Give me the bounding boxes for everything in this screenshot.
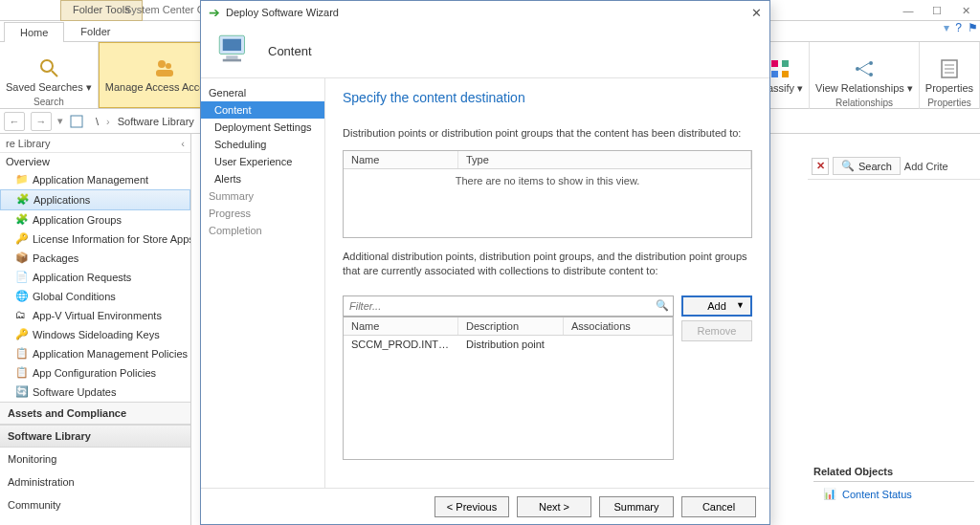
key-icon: 🔑: [15, 328, 29, 341]
svg-rect-10: [782, 71, 789, 77]
saved-search-icon: [37, 56, 60, 79]
relationships-icon: [853, 57, 876, 80]
wizard-title: Deploy Software Wizard: [226, 7, 339, 18]
history-dropdown-icon[interactable]: ▾: [57, 115, 63, 127]
dropdown-icon[interactable]: ▾: [944, 21, 949, 34]
additional-dp-grid[interactable]: Name Description Associations SCCM_PROD.…: [343, 317, 674, 460]
svg-point-12: [869, 61, 873, 65]
tree-overview[interactable]: Overview: [0, 153, 190, 170]
step-user-experience[interactable]: User Experience: [201, 153, 324, 170]
close-icon[interactable]: ✕: [951, 0, 980, 21]
col-description[interactable]: Description: [458, 317, 564, 335]
classify-icon: [768, 57, 791, 80]
summary-button[interactable]: Summary: [599, 496, 674, 517]
svg-rect-7: [771, 60, 778, 67]
next-button[interactable]: Next >: [517, 496, 591, 517]
wunderbar-administration[interactable]: Administration: [0, 470, 190, 493]
add-criteria-button[interactable]: Add Crite: [904, 161, 948, 172]
step-content[interactable]: Content: [201, 101, 324, 119]
wunderbar-software-library[interactable]: Software Library: [0, 425, 190, 448]
properties-button[interactable]: Properties Properties: [920, 42, 980, 109]
nav-forward-button[interactable]: →: [31, 112, 52, 131]
search-button[interactable]: 🔍Search: [833, 157, 901, 175]
flag-icon[interactable]: ⚑: [968, 21, 978, 34]
distributed-grid: Name Type There are no items to show in …: [343, 150, 752, 238]
step-alerts[interactable]: Alerts: [201, 170, 324, 187]
col-name[interactable]: Name: [344, 151, 458, 168]
add-button[interactable]: Add▼: [681, 295, 752, 317]
wizard-header-label: Content: [268, 44, 312, 58]
accounts-icon: [153, 56, 176, 79]
breadcrumb-root[interactable]: \: [96, 116, 99, 127]
nav-back-button[interactable]: ←: [4, 112, 25, 131]
step-deployment-settings[interactable]: Deployment Settings: [201, 119, 324, 136]
properties-icon: [938, 57, 961, 80]
tree-item[interactable]: 🗂App-V Virtual Environments: [0, 306, 190, 325]
tree-item[interactable]: 📦Packages: [0, 249, 190, 268]
col-type[interactable]: Type: [458, 151, 751, 168]
request-icon: 📄: [15, 271, 29, 284]
table-row[interactable]: SCCM_PROD.INTUNE... Distribution point: [344, 336, 673, 353]
app-icon: 🧩: [16, 193, 30, 207]
svg-point-0: [41, 60, 53, 72]
policy-icon: 📋: [15, 347, 29, 361]
col-associations[interactable]: Associations: [564, 317, 673, 335]
tree-item[interactable]: 📄Application Requests: [0, 268, 190, 287]
svg-rect-21: [226, 55, 237, 59]
svg-point-2: [158, 60, 166, 68]
saved-searches-button[interactable]: Saved Searches ▾ Search: [0, 42, 99, 108]
clear-search-button[interactable]: ✕: [812, 158, 829, 175]
nav-tree: Overview 📁Application Management 🧩Applic…: [0, 153, 190, 402]
deploy-software-wizard: ➔ Deploy Software Wizard ✕ Content Gener…: [200, 0, 770, 525]
minimize-icon[interactable]: —: [894, 0, 923, 21]
computer-icon: [214, 31, 255, 71]
tab-home[interactable]: Home: [4, 22, 64, 42]
content-status-link[interactable]: 📊 Content Status: [813, 488, 974, 500]
view-relationships-button[interactable]: View Relationships ▾ Relationships: [810, 42, 920, 109]
group-icon: 🧩: [15, 213, 29, 227]
step-scheduling[interactable]: Scheduling: [201, 136, 324, 153]
tree-item[interactable]: 📁Application Management: [0, 170, 190, 189]
search-icon: 🔍: [841, 160, 855, 172]
wizard-steps: General Content Deployment Settings Sche…: [201, 78, 325, 488]
col-name[interactable]: Name: [344, 317, 458, 335]
previous-button[interactable]: < Previous: [434, 496, 509, 517]
breadcrumb-item[interactable]: Software Library: [118, 116, 194, 127]
tree-item[interactable]: 🔑Windows Sideloading Keys: [0, 325, 190, 344]
wunderbar-monitoring[interactable]: Monitoring: [0, 448, 190, 470]
tab-folder[interactable]: Folder: [64, 21, 126, 41]
step-completion: Completion: [201, 222, 324, 239]
svg-rect-20: [223, 39, 241, 51]
tree-item[interactable]: 🌐Global Conditions: [0, 287, 190, 306]
tree-item[interactable]: 🔑License Information for Store Apps: [0, 230, 190, 249]
globe-icon: 🌐: [15, 290, 29, 303]
wunderbar-assets[interactable]: Assets and Compliance: [0, 402, 190, 425]
content-status-icon: 📊: [823, 488, 836, 500]
tree-item-applications[interactable]: 🧩Applications: [0, 189, 190, 210]
help-icon[interactable]: ?: [955, 21, 962, 34]
update-icon: 🔄: [15, 385, 29, 399]
step-progress: Progress: [201, 205, 324, 222]
svg-rect-22: [223, 59, 241, 62]
step-summary[interactable]: Summary: [201, 187, 324, 205]
svg-rect-8: [782, 60, 789, 67]
svg-line-1: [52, 71, 57, 77]
desc-distributed: Distribution points or distribution poin…: [343, 126, 752, 141]
grid-empty-text: There are no items to show in this view.: [344, 169, 751, 237]
wunderbar-community[interactable]: Community: [0, 493, 190, 516]
collapse-panel-icon[interactable]: ‹: [181, 138, 185, 149]
tree-item[interactable]: 📋App Configuration Policies: [0, 363, 190, 383]
search-icon[interactable]: 🔍: [656, 299, 669, 312]
wizard-close-button[interactable]: ✕: [751, 6, 762, 20]
step-general[interactable]: General: [201, 84, 324, 101]
tree-item[interactable]: 🔄Software Updates: [0, 383, 190, 402]
desc-additional: Additional distribution points, distribu…: [343, 250, 752, 278]
maximize-icon[interactable]: ☐: [923, 0, 951, 21]
svg-point-11: [856, 67, 859, 71]
tree-item[interactable]: 🧩Application Groups: [0, 210, 190, 230]
cancel-button[interactable]: Cancel: [681, 496, 756, 517]
svg-rect-9: [771, 71, 778, 77]
tree-item[interactable]: 📋Application Management Policies: [0, 344, 190, 363]
filter-input[interactable]: [343, 295, 674, 317]
library-icon: [69, 114, 84, 129]
